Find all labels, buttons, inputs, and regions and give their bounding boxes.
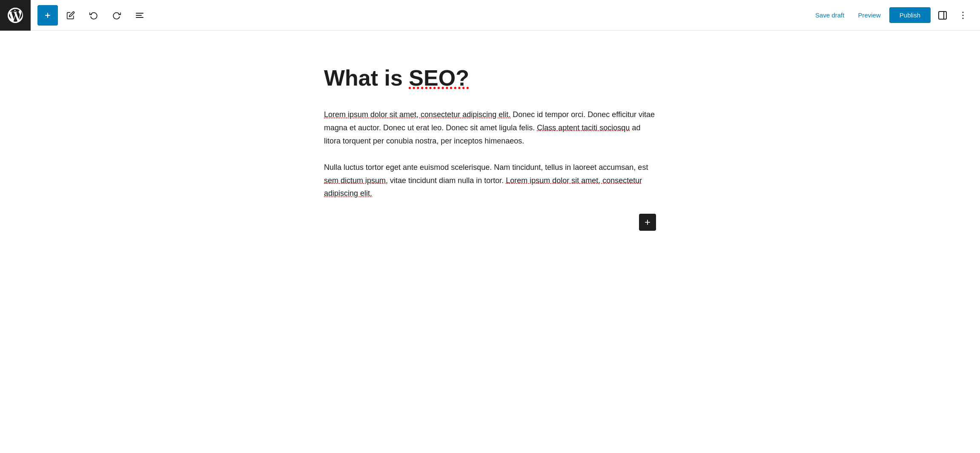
plus-icon: + — [645, 216, 650, 228]
wp-logo-icon — [8, 8, 23, 23]
sidebar-toggle-button[interactable] — [934, 7, 951, 24]
editor-area: What is SEO? Lorem ipsum dolor sit amet,… — [0, 31, 980, 265]
paragraph-1[interactable]: Lorem ipsum dolor sit amet, consectetur … — [324, 108, 656, 147]
undo-icon — [89, 11, 98, 20]
list-view-icon — [136, 13, 143, 18]
add-block-toolbar-button[interactable] — [37, 5, 58, 26]
more-options-icon — [958, 10, 968, 20]
editor-content: What is SEO? Lorem ipsum dolor sit amet,… — [298, 65, 682, 231]
preview-button[interactable]: Preview — [853, 8, 885, 22]
tools-button[interactable] — [60, 5, 81, 26]
plus-icon — [43, 11, 52, 20]
svg-point-6 — [963, 17, 964, 19]
paragraph-2-text: Nulla luctus tortor eget ante euismod sc… — [324, 163, 648, 198]
pencil-edit-icon — [66, 11, 75, 20]
svg-point-4 — [963, 11, 964, 13]
more-options-button[interactable] — [954, 7, 971, 24]
document-overview-button[interactable] — [129, 5, 150, 26]
publish-button[interactable]: Publish — [889, 7, 931, 23]
save-draft-button[interactable]: Save draft — [810, 8, 849, 22]
paragraph-2[interactable]: Nulla luctus tortor eget ante euismod sc… — [324, 161, 656, 200]
undo-button[interactable] — [83, 5, 104, 26]
add-block-inline-button[interactable]: + — [639, 214, 656, 231]
post-title[interactable]: What is SEO? — [324, 65, 656, 91]
post-title-text: What is SEO? — [324, 66, 469, 90]
svg-point-5 — [963, 14, 964, 16]
svg-rect-2 — [939, 11, 946, 19]
paragraph-1-text: Lorem ipsum dolor sit amet, consectetur … — [324, 110, 655, 145]
toolbar-right-actions: Save draft Preview Publish — [802, 7, 980, 24]
sidebar-icon — [937, 10, 948, 20]
redo-icon — [112, 11, 121, 20]
toolbar-left-actions — [31, 5, 802, 26]
redo-button[interactable] — [106, 5, 127, 26]
wordpress-logo[interactable] — [0, 0, 31, 31]
editor-toolbar: Save draft Preview Publish — [0, 0, 980, 31]
